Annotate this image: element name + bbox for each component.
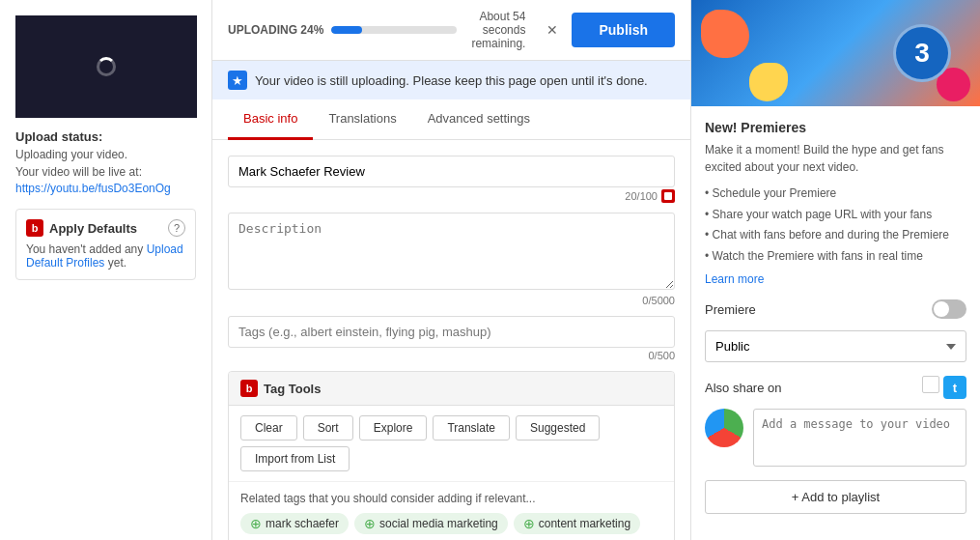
premiere-title: New! Premieres [705, 120, 966, 135]
description-counter: 0/5000 [228, 295, 675, 306]
progress-bar-container [331, 26, 457, 34]
tag-tools-title: Tag Tools [264, 382, 321, 396]
premiere-desc: Make it a moment! Build the hype and get… [705, 141, 966, 176]
notice-bar: ★ Your video is still uploading. Please … [212, 61, 690, 99]
center-panel: UPLOADING 24% About 54 seconds remaining… [212, 0, 690, 540]
upload-spinner [97, 57, 116, 76]
learn-more-link[interactable]: Learn more [705, 272, 966, 286]
uploading-label: UPLOADING 24% [228, 23, 323, 37]
title-field: 20/100 [228, 156, 675, 203]
premiere-blob1 [701, 10, 749, 58]
premiere-toggle-row: Premiere [705, 299, 966, 319]
apply-defaults-header: b Apply Defaults ? [26, 219, 185, 237]
video-thumbnail [15, 15, 197, 118]
message-input[interactable] [753, 409, 966, 467]
right-panel: 3 New! Premieres Make it a moment! Build… [690, 0, 980, 540]
also-share-label: Also share on [705, 381, 782, 395]
premiere-number: 3 [893, 24, 951, 82]
twitter-icon[interactable]: t [943, 376, 966, 399]
description-input[interactable] [228, 213, 675, 290]
translate-button[interactable]: Translate [433, 415, 510, 441]
left-panel: Upload status: Uploading your video. You… [0, 0, 212, 540]
premiere-label: Premiere [705, 302, 756, 317]
publish-button[interactable]: Publish [572, 13, 675, 47]
tag-plus-icon-2: ⊕ [523, 516, 535, 531]
title-input[interactable] [228, 156, 675, 187]
title-counter: 20/100 [228, 189, 675, 203]
also-share-row: Also share on t [705, 376, 966, 399]
tag-plus-icon-1: ⊕ [364, 516, 376, 531]
tag-plus-icon-0: ⊕ [250, 516, 262, 531]
counter-icon [661, 189, 675, 203]
apply-defaults-title: Apply Defaults [49, 221, 162, 236]
tags-counter: 0/500 [228, 350, 675, 361]
visibility-select[interactable]: Public Unlisted Private [705, 330, 966, 362]
tag-pill-2[interactable]: ⊕ content marketing [514, 513, 640, 534]
related-tags-section: Related tags that you should consider ad… [229, 482, 674, 540]
avatar [705, 409, 743, 447]
tab-basic-info[interactable]: Basic info [228, 99, 313, 140]
tag-tools-header: b Tag Tools [229, 372, 674, 406]
import-from-list-button[interactable]: Import from List [240, 446, 350, 471]
remaining-text: About 54 seconds remaining. [466, 10, 533, 50]
suggested-button[interactable]: Suggested [516, 415, 600, 441]
social-share-section [705, 409, 966, 467]
tab-translations[interactable]: Translations [313, 99, 411, 140]
video-live-text: Your video will be live at: [15, 165, 196, 179]
right-panel-content: New! Premieres Make it a moment! Build t… [691, 106, 980, 527]
tab-advanced-settings[interactable]: Advanced settings [412, 99, 546, 140]
premiere-toggle[interactable] [932, 299, 966, 319]
notice-star-icon: ★ [228, 71, 247, 90]
content-area: 20/100 0/5000 0/500 b [212, 140, 690, 540]
explore-button[interactable]: Explore [359, 415, 428, 441]
help-icon[interactable]: ? [168, 219, 185, 237]
related-tags-text: Related tags that you should consider ad… [240, 492, 662, 505]
close-button[interactable]: ✕ [543, 20, 562, 40]
tabs-container: Basic info Translations Advanced setting… [212, 99, 690, 140]
apply-defaults-box: b Apply Defaults ? You haven't added any… [15, 209, 196, 280]
tag-tools-buttons: Clear Sort Explore Translate Suggested I… [229, 406, 674, 482]
share-checkbox[interactable] [922, 376, 939, 393]
upload-status-label: Upload status: [15, 129, 196, 144]
sort-button[interactable]: Sort [303, 415, 353, 441]
upload-progress-section: UPLOADING 24% [228, 23, 457, 37]
add-to-playlist-button[interactable]: + Add to playlist [705, 480, 966, 514]
tag-tools-icon: b [240, 380, 258, 397]
premiere-blob2 [749, 63, 788, 101]
tags-input[interactable] [228, 316, 675, 348]
tag-pill-1[interactable]: ⊕ social media marketing [354, 513, 508, 534]
description-field: 0/5000 [228, 213, 675, 306]
tag-tools-box: b Tag Tools Clear Sort Explore Translate… [228, 371, 675, 540]
uploading-text: Uploading your video. [15, 148, 196, 161]
apply-defaults-desc: You haven't added any Upload Default Pro… [26, 242, 185, 270]
tag-pill-0[interactable]: ⊕ mark schaefer [240, 513, 349, 534]
premiere-banner: 3 [691, 0, 980, 106]
premiere-list: • Schedule your Premiere • Share your wa… [705, 184, 966, 267]
upload-bar: UPLOADING 24% About 54 seconds remaining… [212, 0, 690, 61]
progress-bar-fill [331, 26, 361, 34]
tag-pills: ⊕ mark schaefer ⊕ social media marketing… [240, 513, 662, 534]
notice-text: Your video is still uploading. Please ke… [255, 73, 648, 88]
tags-field: 0/500 [228, 316, 675, 361]
apply-defaults-icon: b [26, 219, 43, 237]
video-url-link[interactable]: https://youtu.be/fusDo3EonOg [15, 182, 171, 195]
clear-button[interactable]: Clear [240, 415, 297, 441]
toggle-thumb [934, 301, 949, 317]
share-icons: t [922, 376, 966, 399]
